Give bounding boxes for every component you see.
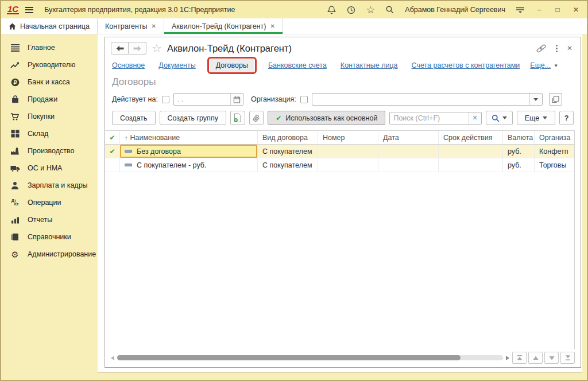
column-header-organization[interactable]: Организа (535, 131, 574, 145)
tab-home[interactable]: Начальная страница (1, 18, 98, 34)
sidebar-item-manager[interactable]: Руководителю (1, 56, 98, 73)
nav-link-bank-accounts[interactable]: Банковские счета (268, 61, 327, 69)
close-form-button[interactable]: ✕ (567, 44, 572, 52)
table-row[interactable]: С покупателем - руб. С покупателем руб. … (105, 158, 574, 172)
close-tab-icon[interactable]: ✕ (152, 24, 156, 29)
nav-link-contracts[interactable]: Договоры (210, 59, 254, 72)
nav-link-main[interactable]: Основное (112, 61, 145, 69)
go-previous-button[interactable] (528, 352, 543, 364)
clear-search-button[interactable]: ✕ (469, 112, 481, 124)
close-window-button[interactable]: ✕ (571, 6, 581, 14)
table-row[interactable]: ✔ Без договора С покупателем руб. Конфет… (105, 145, 574, 158)
organization-checkbox[interactable] (300, 96, 308, 103)
tab-counterparty-card[interactable]: Аквилон-Трейд (Контрагент) ✕ (164, 18, 283, 34)
go-to-last-button[interactable] (560, 352, 575, 364)
row-date-cell (378, 158, 439, 172)
triangle-up-icon (532, 355, 539, 361)
add-to-favorites-star-icon[interactable]: ☆ (152, 42, 162, 54)
sidebar-item-sales[interactable]: Продажи (1, 91, 98, 108)
back-button[interactable] (111, 42, 129, 55)
acts-on-checkbox[interactable] (162, 96, 169, 103)
scroll-left-button[interactable] (111, 356, 114, 360)
sidebar-item-purchases[interactable]: Покупки (1, 108, 98, 125)
choose-from-list-icon (552, 96, 559, 103)
nav-link-more[interactable]: Еще...▼ (530, 61, 558, 69)
minimize-button[interactable]: – (534, 6, 544, 14)
chevron-down-icon (543, 116, 547, 119)
notifications-button[interactable] (326, 4, 337, 15)
go-next-button[interactable] (544, 352, 559, 364)
column-header-currency[interactable]: Валюта (503, 131, 535, 145)
column-header-kind[interactable]: Вид договора (258, 131, 318, 145)
current-user-name[interactable]: Абрамов Геннадий Сергеевич (405, 6, 505, 14)
nav-link-documents[interactable]: Документы (158, 61, 195, 69)
horizontal-scrollbar[interactable] (117, 355, 503, 360)
service-menu-button[interactable] (514, 4, 526, 15)
factory-icon (10, 147, 20, 155)
calendar-picker-button[interactable] (230, 94, 243, 105)
sidebar-item-operations[interactable]: ДтКт Операции (1, 194, 98, 211)
sidebar-item-bank-cash[interactable]: ₽ Банк и касса (1, 73, 98, 91)
attachments-button[interactable] (249, 111, 264, 125)
search-input[interactable] (390, 112, 468, 124)
selection-column-header[interactable]: ✔ (105, 131, 120, 145)
sidebar-item-salary-hr[interactable]: Зарплата и кадры (1, 177, 98, 194)
sidebar-item-reports[interactable]: Отчеты (1, 211, 98, 228)
global-search-button[interactable] (384, 4, 396, 15)
book-icon (10, 233, 20, 241)
row-term-cell (439, 158, 503, 172)
forward-button[interactable] (129, 42, 146, 55)
grid-icon (10, 130, 20, 138)
date-input[interactable] (174, 94, 230, 105)
search-settings-button[interactable] (486, 111, 513, 125)
help-button[interactable]: ? (559, 111, 574, 125)
form-header: ☆ Аквилон-Трейд (Контрагент) ✕ (105, 37, 581, 57)
history-button[interactable] (345, 4, 357, 15)
maximize-button[interactable]: □ (552, 6, 563, 14)
sidebar-item-label: Администрирование (28, 250, 96, 258)
get-link-button[interactable] (536, 44, 547, 53)
more-actions-button[interactable]: Еще (517, 111, 555, 125)
column-header-term[interactable]: Срок действия (439, 131, 503, 145)
organization-dropdown-button[interactable] (529, 94, 542, 105)
row-number-cell (318, 158, 378, 172)
create-by-copy-button[interactable] (230, 111, 245, 125)
column-header-date[interactable]: Дата (378, 131, 439, 145)
sidebar-item-production[interactable]: Производство (1, 142, 98, 160)
go-to-first-button[interactable] (512, 352, 527, 364)
column-header-name[interactable]: ↑Наименование (120, 131, 258, 145)
annotation-highlight-box: Договоры (207, 57, 257, 74)
menu-lines-icon (10, 44, 20, 52)
more-commands-button[interactable] (556, 45, 558, 52)
use-as-main-button[interactable]: ✔ Использовать как основной (268, 111, 385, 125)
chevron-down-icon (502, 116, 507, 119)
nav-link-contact-persons[interactable]: Контактные лица (341, 61, 398, 69)
nav-link-settlement-accounts[interactable]: Счета расчетов с контрагентами (412, 61, 520, 69)
sidebar-item-label: Отчеты (28, 216, 52, 224)
search-field: ✕ (389, 112, 481, 125)
to-bottom-icon (564, 355, 571, 361)
search-icon (385, 5, 394, 14)
sidebar-item-main[interactable]: Главное (1, 39, 98, 56)
column-header-number[interactable]: Номер (318, 131, 378, 145)
favorites-button[interactable]: ☆ (365, 4, 376, 15)
tab-counterparties[interactable]: Контрагенты ✕ (98, 18, 164, 34)
bell-icon (327, 5, 336, 15)
row-date-cell (378, 145, 439, 158)
magnifier-icon (492, 114, 500, 122)
table-header-row: ✔ ↑Наименование Вид договора Номер Дата … (105, 131, 574, 145)
create-group-button[interactable]: Создать группу (160, 111, 226, 125)
sidebar-item-administration[interactable]: ⚙ Администрирование (1, 246, 98, 263)
close-tab-icon[interactable]: ✕ (270, 24, 274, 29)
organization-input[interactable] (312, 94, 529, 105)
to-top-icon (516, 355, 523, 361)
main-menu-button[interactable] (24, 5, 35, 15)
sidebar-item-directories[interactable]: Справочники (1, 228, 98, 246)
sidebar-item-fixed-assets[interactable]: ОС и НМА (1, 160, 98, 177)
create-button[interactable]: Создать (112, 111, 156, 125)
organization-choose-button[interactable] (549, 93, 562, 106)
scrollbar-thumb[interactable] (117, 355, 461, 360)
sidebar-item-warehouse[interactable]: Склад (1, 125, 98, 142)
scroll-right-button[interactable] (506, 356, 509, 360)
sidebar-item-label: Производство (28, 147, 75, 155)
